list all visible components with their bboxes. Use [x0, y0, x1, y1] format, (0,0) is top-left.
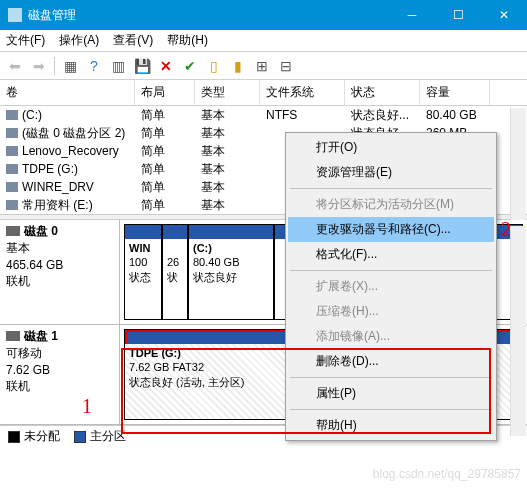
- titlebar: 磁盘管理 ─ ☐ ✕: [0, 0, 527, 30]
- menu-item[interactable]: 资源管理器(E): [288, 160, 494, 185]
- menu-separator: [290, 188, 492, 189]
- volume-icon: [6, 182, 18, 192]
- menu-item: 添加镜像(A)...: [288, 324, 494, 349]
- check-icon[interactable]: ✔: [179, 55, 201, 77]
- annotation-2: 2: [501, 218, 511, 241]
- menu-view[interactable]: 查看(V): [113, 32, 153, 49]
- menu-item: 压缩卷(H)...: [288, 299, 494, 324]
- col-capacity[interactable]: 容量: [420, 80, 490, 105]
- menu-item[interactable]: 格式化(F)...: [288, 242, 494, 267]
- chart1-icon[interactable]: ▯: [203, 55, 225, 77]
- table-row[interactable]: (C:) 简单基本 NTFS状态良好...80.40 GB: [0, 106, 527, 124]
- layout-icon[interactable]: ⊞: [251, 55, 273, 77]
- menu-item[interactable]: 删除卷(D)...: [288, 349, 494, 374]
- watermark: blog.csdn.net/qq_29785857: [373, 467, 521, 481]
- forward-icon: ➡: [28, 55, 50, 77]
- chart2-icon[interactable]: ▮: [227, 55, 249, 77]
- annotation-1: 1: [82, 395, 92, 418]
- menu-item: 将分区标记为活动分区(M): [288, 192, 494, 217]
- volume-icon: [6, 110, 18, 120]
- settings-icon[interactable]: ▥: [107, 55, 129, 77]
- volume-icon: [6, 200, 18, 210]
- volume-list-header: 卷 布局 类型 文件系统 状态 容量: [0, 80, 527, 106]
- context-menu: 打开(O)资源管理器(E)将分区标记为活动分区(M)更改驱动器号和路径(C)..…: [285, 132, 497, 441]
- separator: [54, 57, 55, 75]
- menu-separator: [290, 270, 492, 271]
- back-icon: ⬅: [4, 55, 26, 77]
- disk0-info: 磁盘 0 基本 465.64 GB 联机: [0, 220, 120, 324]
- grid-icon[interactable]: ▦: [59, 55, 81, 77]
- legend-primary: 主分区: [74, 428, 126, 445]
- partition[interactable]: (C:)80.40 GB状态良好: [188, 224, 274, 320]
- menu-item[interactable]: 打开(O): [288, 135, 494, 160]
- disk-icon: [6, 331, 20, 341]
- disk-icon: [6, 226, 20, 236]
- scrollbar-vertical[interactable]: [510, 226, 526, 436]
- disk1-info: 磁盘 1 可移动 7.62 GB 联机: [0, 325, 120, 424]
- legend-unallocated: 未分配: [8, 428, 60, 445]
- scrollbar-vertical[interactable]: [510, 108, 526, 220]
- app-icon: [8, 8, 22, 22]
- minimize-button[interactable]: ─: [389, 0, 435, 30]
- close-button[interactable]: ✕: [481, 0, 527, 30]
- help-icon[interactable]: ?: [83, 55, 105, 77]
- col-layout[interactable]: 布局: [135, 80, 195, 105]
- menu-separator: [290, 377, 492, 378]
- menu-separator: [290, 409, 492, 410]
- delete-icon[interactable]: ✕: [155, 55, 177, 77]
- col-type[interactable]: 类型: [195, 80, 260, 105]
- partition[interactable]: 26状: [162, 224, 188, 320]
- menu-item[interactable]: 帮助(H): [288, 413, 494, 438]
- volume-icon: [6, 146, 18, 156]
- col-status[interactable]: 状态: [345, 80, 420, 105]
- layout2-icon[interactable]: ⊟: [275, 55, 297, 77]
- menu-item[interactable]: 更改驱动器号和路径(C)...: [288, 217, 494, 242]
- window-title: 磁盘管理: [28, 7, 389, 24]
- menubar: 文件(F) 操作(A) 查看(V) 帮助(H): [0, 30, 527, 52]
- volume-icon: [6, 128, 18, 138]
- col-filesystem[interactable]: 文件系统: [260, 80, 345, 105]
- menu-file[interactable]: 文件(F): [6, 32, 45, 49]
- menu-item: 扩展卷(X)...: [288, 274, 494, 299]
- volume-icon: [6, 164, 18, 174]
- disk-icon[interactable]: 💾: [131, 55, 153, 77]
- maximize-button[interactable]: ☐: [435, 0, 481, 30]
- menu-item[interactable]: 属性(P): [288, 381, 494, 406]
- partition[interactable]: WIN100状态: [124, 224, 162, 320]
- toolbar: ⬅ ➡ ▦ ? ▥ 💾 ✕ ✔ ▯ ▮ ⊞ ⊟: [0, 52, 527, 80]
- menu-help[interactable]: 帮助(H): [167, 32, 208, 49]
- menu-action[interactable]: 操作(A): [59, 32, 99, 49]
- col-volume[interactable]: 卷: [0, 80, 135, 105]
